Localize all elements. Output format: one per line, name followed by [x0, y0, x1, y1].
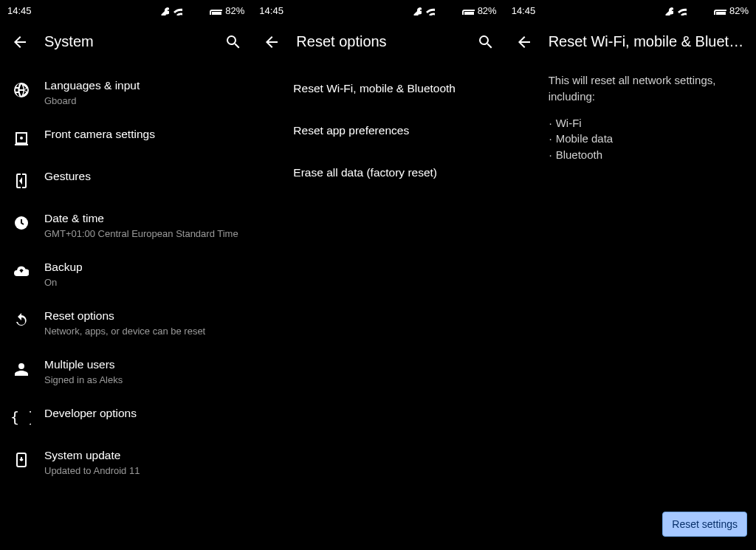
- row-reset-network[interactable]: Reset Wi-Fi, mobile & Bluetooth: [252, 68, 504, 110]
- row-developer-options[interactable]: Developer options: [0, 396, 252, 438]
- row-title: Reset Wi-Fi, mobile & Bluetooth: [293, 81, 492, 97]
- bullet-dot: ·: [549, 131, 553, 147]
- back-button[interactable]: [4, 27, 34, 56]
- bullets: ·Wi-Fi ·Mobile data ·Bluetooth: [549, 115, 743, 163]
- bullet-wifi: Wi-Fi: [556, 115, 582, 131]
- appbar: System: [0, 21, 252, 65]
- wifi-icon: [172, 5, 182, 16]
- signal-icon-2: [197, 6, 206, 15]
- status-battery: 82%: [729, 5, 749, 16]
- battery-icon: [209, 6, 222, 15]
- row-title: Reset options: [44, 309, 240, 324]
- search-icon: [224, 33, 241, 49]
- battery-icon: [461, 6, 475, 15]
- bullet-bluetooth: Bluetooth: [556, 147, 602, 163]
- status-time: 14:45: [259, 5, 284, 16]
- reset-list: Reset Wi-Fi, mobile & Bluetooth Reset ap…: [252, 65, 504, 550]
- row-subtitle: Gboard: [44, 95, 240, 106]
- wifi-icon: [425, 5, 435, 16]
- globe-icon: [13, 81, 29, 97]
- intro-text: This will reset all network settings, in…: [549, 72, 743, 105]
- row-subtitle: GMT+01:00 Central European Standard Time: [44, 228, 240, 239]
- page-title: Reset Wi-Fi, mobile & Blueto…: [549, 33, 752, 50]
- page-title: Reset options: [296, 33, 459, 50]
- reset-settings-button[interactable]: Reset settings: [662, 512, 747, 537]
- row-title: Multiple users: [44, 357, 240, 373]
- settings-list: Languages & inputGboard Front camera set…: [0, 65, 252, 550]
- row-backup[interactable]: BackupOn: [0, 250, 252, 298]
- row-title: Languages & input: [44, 78, 240, 94]
- cloud-icon: [13, 263, 29, 279]
- panel-reset-network: 14:45 82% Reset Wi-Fi, mobile & Blueto… …: [504, 0, 756, 550]
- vpn-key-icon: [411, 5, 422, 16]
- page-title: System: [44, 33, 207, 50]
- clock-icon: [13, 214, 29, 230]
- battery-icon: [713, 6, 726, 15]
- reset-detail: This will reset all network settings, in…: [504, 65, 756, 550]
- row-multiple-users[interactable]: Multiple usersSigned in as Aleks: [0, 347, 252, 396]
- bullet-dot: ·: [549, 147, 553, 163]
- row-subtitle: On: [44, 277, 240, 288]
- vpn-key-icon: [663, 5, 673, 16]
- back-icon: [263, 33, 279, 49]
- panel-reset-options: 14:45 82% Reset options Reset Wi-Fi, mob…: [252, 0, 504, 550]
- statusbar: 14:45 82%: [504, 0, 756, 21]
- row-title: Reset app preferences: [293, 123, 492, 139]
- signal-icon-2: [701, 6, 710, 15]
- statusbar: 14:45 82%: [252, 0, 504, 21]
- row-title: Date & time: [44, 211, 240, 227]
- row-title: Developer options: [44, 406, 240, 422]
- row-gestures[interactable]: Gestures: [0, 159, 252, 201]
- row-date-time[interactable]: Date & timeGMT+01:00 Central European St…: [0, 201, 252, 250]
- appbar: Reset Wi-Fi, mobile & Blueto…: [504, 21, 756, 65]
- status-time: 14:45: [512, 5, 536, 16]
- row-title: Gestures: [44, 169, 240, 185]
- row-front-camera[interactable]: Front camera settings: [0, 117, 252, 159]
- signal-icon-1: [438, 6, 447, 15]
- row-title: Backup: [44, 260, 240, 275]
- row-reset-app-prefs[interactable]: Reset app preferences: [252, 110, 504, 152]
- statusbar: 14:45 82%: [0, 0, 252, 21]
- signal-icon-2: [450, 6, 458, 15]
- search-button[interactable]: [470, 27, 500, 56]
- status-battery: 82%: [225, 5, 244, 16]
- search-icon: [477, 33, 493, 49]
- row-title: Erase all data (factory reset): [293, 165, 492, 181]
- panel-system: 14:45 82% System Languages & inputGboard…: [0, 0, 252, 550]
- update-icon: [13, 451, 29, 467]
- gesture-icon: [13, 172, 29, 188]
- row-subtitle: Network, apps, or device can be reset: [44, 326, 240, 337]
- back-icon: [11, 33, 27, 49]
- row-title: System update: [44, 448, 240, 464]
- search-button[interactable]: [218, 27, 247, 56]
- back-button[interactable]: [509, 27, 538, 56]
- back-button[interactable]: [256, 27, 286, 56]
- signal-icon-1: [185, 6, 194, 15]
- reset-icon: [13, 312, 29, 328]
- row-title: Front camera settings: [44, 127, 240, 142]
- row-subtitle: Signed in as Aleks: [44, 374, 240, 385]
- row-subtitle: Updated to Android 11: [44, 465, 240, 476]
- camera-icon: [13, 130, 29, 146]
- person-icon: [13, 360, 29, 377]
- row-factory-reset[interactable]: Erase all data (factory reset): [252, 152, 504, 194]
- braces-icon: [10, 409, 31, 425]
- wifi-icon: [676, 5, 687, 16]
- row-system-update[interactable]: System updateUpdated to Android 11: [0, 438, 252, 487]
- bullet-dot: ·: [549, 115, 553, 131]
- signal-icon-1: [690, 6, 698, 15]
- appbar: Reset options: [252, 21, 504, 65]
- row-languages[interactable]: Languages & inputGboard: [0, 68, 252, 117]
- row-reset-options[interactable]: Reset optionsNetwork, apps, or device ca…: [0, 298, 252, 347]
- status-time: 14:45: [7, 5, 32, 16]
- status-battery: 82%: [478, 5, 497, 16]
- vpn-key-icon: [159, 5, 169, 16]
- bullet-mobile: Mobile data: [556, 131, 614, 147]
- back-icon: [515, 33, 532, 49]
